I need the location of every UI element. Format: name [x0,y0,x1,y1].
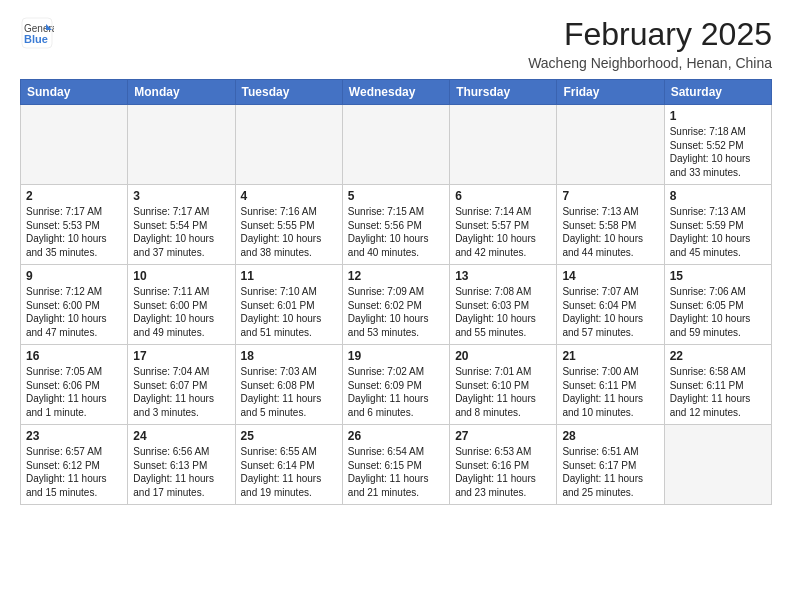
day-number: 5 [348,189,444,203]
day-info: Sunrise: 7:11 AM Sunset: 6:00 PM Dayligh… [133,285,229,339]
day-info: Sunrise: 6:53 AM Sunset: 6:16 PM Dayligh… [455,445,551,499]
day-number: 8 [670,189,766,203]
day-number: 13 [455,269,551,283]
weekday-header-sunday: Sunday [21,80,128,105]
logo: General Blue [20,16,54,50]
weekday-header-saturday: Saturday [664,80,771,105]
svg-text:Blue: Blue [24,33,48,45]
calendar-cell [128,105,235,185]
day-number: 17 [133,349,229,363]
location-subtitle: Wacheng Neighborhood, Henan, China [528,55,772,71]
weekday-header-tuesday: Tuesday [235,80,342,105]
day-info: Sunrise: 7:12 AM Sunset: 6:00 PM Dayligh… [26,285,122,339]
day-number: 21 [562,349,658,363]
day-number: 15 [670,269,766,283]
weekday-header-monday: Monday [128,80,235,105]
calendar-cell: 7Sunrise: 7:13 AM Sunset: 5:58 PM Daylig… [557,185,664,265]
calendar-cell: 28Sunrise: 6:51 AM Sunset: 6:17 PM Dayli… [557,425,664,505]
calendar-cell: 17Sunrise: 7:04 AM Sunset: 6:07 PM Dayli… [128,345,235,425]
day-info: Sunrise: 7:08 AM Sunset: 6:03 PM Dayligh… [455,285,551,339]
day-info: Sunrise: 7:01 AM Sunset: 6:10 PM Dayligh… [455,365,551,419]
day-number: 26 [348,429,444,443]
calendar-cell: 3Sunrise: 7:17 AM Sunset: 5:54 PM Daylig… [128,185,235,265]
calendar-cell: 23Sunrise: 6:57 AM Sunset: 6:12 PM Dayli… [21,425,128,505]
day-number: 25 [241,429,337,443]
day-info: Sunrise: 7:17 AM Sunset: 5:54 PM Dayligh… [133,205,229,259]
day-number: 11 [241,269,337,283]
day-number: 14 [562,269,658,283]
day-info: Sunrise: 6:55 AM Sunset: 6:14 PM Dayligh… [241,445,337,499]
day-info: Sunrise: 7:03 AM Sunset: 6:08 PM Dayligh… [241,365,337,419]
calendar-cell: 8Sunrise: 7:13 AM Sunset: 5:59 PM Daylig… [664,185,771,265]
page: General Blue February 2025 Wacheng Neigh… [0,0,792,515]
calendar-week-row: 2Sunrise: 7:17 AM Sunset: 5:53 PM Daylig… [21,185,772,265]
calendar-cell: 2Sunrise: 7:17 AM Sunset: 5:53 PM Daylig… [21,185,128,265]
weekday-header-friday: Friday [557,80,664,105]
calendar-cell: 21Sunrise: 7:00 AM Sunset: 6:11 PM Dayli… [557,345,664,425]
day-number: 16 [26,349,122,363]
calendar-cell [342,105,449,185]
calendar-cell: 27Sunrise: 6:53 AM Sunset: 6:16 PM Dayli… [450,425,557,505]
day-info: Sunrise: 7:14 AM Sunset: 5:57 PM Dayligh… [455,205,551,259]
calendar-cell: 9Sunrise: 7:12 AM Sunset: 6:00 PM Daylig… [21,265,128,345]
day-info: Sunrise: 6:57 AM Sunset: 6:12 PM Dayligh… [26,445,122,499]
day-number: 2 [26,189,122,203]
calendar-cell: 18Sunrise: 7:03 AM Sunset: 6:08 PM Dayli… [235,345,342,425]
day-info: Sunrise: 7:10 AM Sunset: 6:01 PM Dayligh… [241,285,337,339]
day-number: 10 [133,269,229,283]
calendar-cell: 15Sunrise: 7:06 AM Sunset: 6:05 PM Dayli… [664,265,771,345]
calendar-cell [664,425,771,505]
calendar-cell: 6Sunrise: 7:14 AM Sunset: 5:57 PM Daylig… [450,185,557,265]
day-number: 22 [670,349,766,363]
calendar-cell: 1Sunrise: 7:18 AM Sunset: 5:52 PM Daylig… [664,105,771,185]
calendar-cell [450,105,557,185]
day-info: Sunrise: 7:05 AM Sunset: 6:06 PM Dayligh… [26,365,122,419]
calendar-cell: 16Sunrise: 7:05 AM Sunset: 6:06 PM Dayli… [21,345,128,425]
day-number: 12 [348,269,444,283]
month-year-title: February 2025 [528,16,772,53]
calendar-cell [557,105,664,185]
weekday-header-thursday: Thursday [450,80,557,105]
day-number: 1 [670,109,766,123]
calendar-cell: 10Sunrise: 7:11 AM Sunset: 6:00 PM Dayli… [128,265,235,345]
calendar-cell: 26Sunrise: 6:54 AM Sunset: 6:15 PM Dayli… [342,425,449,505]
calendar-cell: 13Sunrise: 7:08 AM Sunset: 6:03 PM Dayli… [450,265,557,345]
day-number: 18 [241,349,337,363]
day-number: 6 [455,189,551,203]
day-info: Sunrise: 6:54 AM Sunset: 6:15 PM Dayligh… [348,445,444,499]
calendar-cell: 11Sunrise: 7:10 AM Sunset: 6:01 PM Dayli… [235,265,342,345]
calendar-week-row: 16Sunrise: 7:05 AM Sunset: 6:06 PM Dayli… [21,345,772,425]
day-info: Sunrise: 7:07 AM Sunset: 6:04 PM Dayligh… [562,285,658,339]
calendar-week-row: 1Sunrise: 7:18 AM Sunset: 5:52 PM Daylig… [21,105,772,185]
day-number: 7 [562,189,658,203]
day-info: Sunrise: 7:16 AM Sunset: 5:55 PM Dayligh… [241,205,337,259]
day-number: 20 [455,349,551,363]
weekday-header-wednesday: Wednesday [342,80,449,105]
calendar-cell: 12Sunrise: 7:09 AM Sunset: 6:02 PM Dayli… [342,265,449,345]
calendar-cell: 22Sunrise: 6:58 AM Sunset: 6:11 PM Dayli… [664,345,771,425]
calendar-cell [21,105,128,185]
day-info: Sunrise: 7:06 AM Sunset: 6:05 PM Dayligh… [670,285,766,339]
day-number: 24 [133,429,229,443]
day-info: Sunrise: 7:15 AM Sunset: 5:56 PM Dayligh… [348,205,444,259]
day-number: 23 [26,429,122,443]
day-info: Sunrise: 7:09 AM Sunset: 6:02 PM Dayligh… [348,285,444,339]
day-info: Sunrise: 7:18 AM Sunset: 5:52 PM Dayligh… [670,125,766,179]
day-info: Sunrise: 7:13 AM Sunset: 5:59 PM Dayligh… [670,205,766,259]
calendar-cell: 5Sunrise: 7:15 AM Sunset: 5:56 PM Daylig… [342,185,449,265]
calendar-cell: 19Sunrise: 7:02 AM Sunset: 6:09 PM Dayli… [342,345,449,425]
title-area: February 2025 Wacheng Neighborhood, Hena… [528,16,772,71]
calendar-cell: 14Sunrise: 7:07 AM Sunset: 6:04 PM Dayli… [557,265,664,345]
day-info: Sunrise: 7:02 AM Sunset: 6:09 PM Dayligh… [348,365,444,419]
logo-icon: General Blue [20,16,54,50]
day-info: Sunrise: 7:17 AM Sunset: 5:53 PM Dayligh… [26,205,122,259]
day-number: 4 [241,189,337,203]
day-number: 3 [133,189,229,203]
weekday-header-row: SundayMondayTuesdayWednesdayThursdayFrid… [21,80,772,105]
day-info: Sunrise: 6:58 AM Sunset: 6:11 PM Dayligh… [670,365,766,419]
calendar-table: SundayMondayTuesdayWednesdayThursdayFrid… [20,79,772,505]
day-info: Sunrise: 6:51 AM Sunset: 6:17 PM Dayligh… [562,445,658,499]
calendar-cell: 20Sunrise: 7:01 AM Sunset: 6:10 PM Dayli… [450,345,557,425]
calendar-cell: 24Sunrise: 6:56 AM Sunset: 6:13 PM Dayli… [128,425,235,505]
calendar-week-row: 23Sunrise: 6:57 AM Sunset: 6:12 PM Dayli… [21,425,772,505]
